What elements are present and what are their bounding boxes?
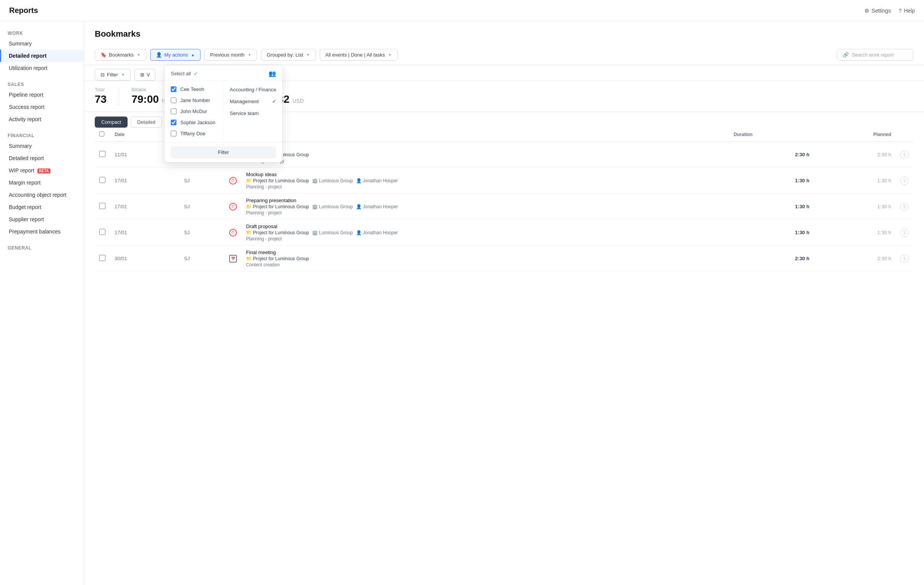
detailed-view-button[interactable]: Detailed	[130, 117, 162, 127]
sidebar-item-supplier-report[interactable]: Supplier report	[0, 213, 84, 225]
client-meta: 🏢 Luminous Group	[312, 204, 353, 209]
sidebar-item-budget-report[interactable]: Budget report	[0, 201, 84, 213]
all-events-button[interactable]: All events | Done | All tasks ▼	[320, 49, 398, 61]
duration-cell: 1:30 h	[729, 194, 814, 220]
billable-icon: $	[900, 150, 909, 159]
filter-button[interactable]: ⊟ Filter ▼	[95, 69, 130, 81]
my-actions-button[interactable]: 👤 My actions ▲	[150, 49, 201, 61]
settings-icon: ⚙	[865, 8, 870, 14]
app-title: Reports	[9, 6, 38, 15]
chevron-down-icon-3: ▼	[306, 53, 310, 57]
project-meta: 📁 Project for Luminous Group	[246, 178, 309, 183]
initials-cell: SJ	[180, 220, 225, 246]
row-checkbox[interactable]	[99, 255, 106, 261]
sidebar-item-fin-summary[interactable]: Summary	[0, 140, 84, 152]
dropdown-header: Select all ✓ 👥	[165, 65, 282, 81]
task-cell: Final meeting 📁 Project for Luminous Gro…	[241, 246, 729, 272]
row-checkbox[interactable]	[99, 229, 106, 235]
date-cell: 17/01	[110, 194, 180, 220]
help-button[interactable]: ? Help	[898, 8, 915, 14]
manage-users-icon[interactable]: 👥	[269, 70, 276, 77]
dollar-cell: $	[896, 246, 913, 272]
filter-icon: ⊟	[101, 72, 105, 78]
project-name: Project for Luminous Group	[253, 230, 309, 235]
icon-cell: ⏱	[224, 168, 241, 194]
dropdown-user-john-mcdur[interactable]: John McDur	[165, 106, 223, 117]
dropdown-user-cee-teoh[interactable]: Cee Teeoh	[165, 84, 223, 95]
checkbox-tiffany-doe[interactable]	[171, 131, 177, 136]
sidebar: Work Summary Detailed report Utilization…	[0, 21, 84, 585]
previous-month-button[interactable]: Previous month ▼	[205, 49, 257, 61]
person-icon: 👤	[356, 178, 362, 183]
client-meta: 🏢 Luminous Group	[312, 230, 353, 235]
bookmarks-button[interactable]: 🔖 Bookmarks ▼	[95, 49, 146, 61]
user-name-sophie-jackson: Sophie Jackson	[180, 120, 215, 126]
dropdown-group-accounting-finance[interactable]: Accounting / Finance	[224, 84, 283, 96]
dropdown-filter-button[interactable]: Filter	[171, 146, 276, 158]
previous-month-label: Previous month	[210, 52, 244, 58]
grouped-by-button[interactable]: Grouped by: List ▼	[261, 49, 315, 61]
dollar-cell: $	[896, 194, 913, 220]
planned-cell: 1:30 h	[814, 220, 896, 246]
sidebar-item-wip-report[interactable]: WIP report BETA	[0, 164, 84, 177]
select-all-rows-checkbox[interactable]	[99, 131, 104, 136]
dropdown-user-tiffany-doe[interactable]: Tiffany Doe	[165, 128, 223, 139]
task-cell: Other activities 📁 Project for Luminous …	[241, 142, 729, 168]
select-all-checkmark: ✓	[194, 71, 198, 76]
dollar-cell: $	[896, 142, 913, 168]
settings-button[interactable]: ⚙ Settings	[865, 8, 891, 14]
sidebar-section-work: Work	[0, 28, 84, 38]
layout: Work Summary Detailed report Utilization…	[0, 21, 924, 585]
date-cell: 17/01	[110, 220, 180, 246]
initials-cell: SJ	[180, 168, 225, 194]
row-checkbox[interactable]	[99, 203, 106, 209]
row-checkbox-cell	[95, 194, 110, 220]
row-checkbox[interactable]	[99, 151, 106, 157]
chevron-down-icon-5: ▼	[121, 73, 125, 77]
row-checkbox-cell	[95, 142, 110, 168]
checkbox-cee-teoh[interactable]	[171, 86, 177, 92]
timer-icon: ⏱	[229, 203, 237, 210]
chevron-down-icon-2: ▼	[248, 53, 251, 57]
billable-icon: $	[900, 177, 909, 185]
sidebar-item-accounting-object-report[interactable]: Accounting object report	[0, 189, 84, 201]
beta-badge: BETA	[38, 169, 50, 174]
sidebar-item-pipeline-report[interactable]: Pipeline report	[0, 89, 84, 101]
billable-icon: $	[900, 203, 909, 211]
sidebar-item-prepayment-balances[interactable]: Prepayment balances	[0, 225, 84, 238]
dropdown-user-jane-number[interactable]: Jane Number	[165, 95, 223, 106]
dropdown-user-sophie-jackson[interactable]: Sophie Jackson	[165, 117, 223, 128]
header-actions: ⚙ Settings ? Help	[865, 8, 915, 14]
compact-view-button[interactable]: Compact	[95, 117, 127, 127]
col-checkbox-header	[95, 127, 110, 142]
dollar-cell: $	[896, 168, 913, 194]
sidebar-item-activity-report[interactable]: Activity report	[0, 113, 84, 126]
sidebar-item-utilization-report[interactable]: Utilization report	[0, 62, 84, 74]
checkbox-jane-number[interactable]	[171, 98, 177, 103]
checkbox-john-mcdur[interactable]	[171, 109, 177, 114]
sidebar-item-detailed-report[interactable]: Detailed report	[0, 50, 84, 62]
checkbox-sophie-jackson[interactable]	[171, 120, 177, 126]
row-checkbox[interactable]	[99, 177, 106, 183]
dropdown-group-service-team[interactable]: Service team	[224, 107, 283, 119]
view-button[interactable]: ⊞ V	[134, 69, 156, 81]
sidebar-item-fin-detailed[interactable]: Detailed report	[0, 152, 84, 164]
sidebar-item-margin-report[interactable]: Margin report	[0, 177, 84, 189]
initials-cell: SJ	[180, 194, 225, 220]
dropdown-users-list: Cee Teeoh Jane Number John McDur So	[165, 81, 224, 142]
select-all-label[interactable]: Select all ✓	[171, 71, 198, 76]
sidebar-item-summary[interactable]: Summary	[0, 38, 84, 50]
dropdown-group-management[interactable]: Management ✓	[224, 96, 283, 107]
my-actions-dropdown: Select all ✓ 👥 Cee Teeoh Jan	[164, 65, 283, 162]
grouped-by-label: Grouped by: List	[267, 52, 303, 58]
assignee-name: Jonathan Hooper	[363, 204, 398, 209]
task-type: Planning - project	[246, 210, 724, 215]
search-box[interactable]: 🔗 Search work report	[837, 49, 913, 61]
sidebar-item-success-report[interactable]: Success report	[0, 101, 84, 113]
link-icon: 🔗	[843, 52, 849, 58]
project-name: Project for Luminous Group	[253, 178, 309, 183]
building-icon: 🏢	[312, 204, 318, 209]
building-icon: 🏢	[312, 178, 318, 183]
folder-icon: 📁	[246, 178, 252, 183]
page-title: Bookmarks	[95, 29, 913, 39]
